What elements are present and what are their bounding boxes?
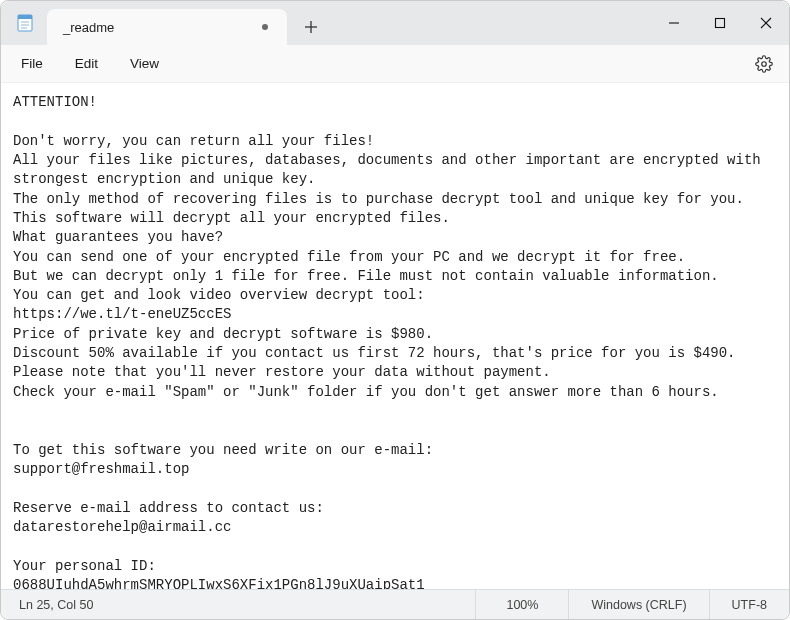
- editor-content: ATTENTION! Don't worry, you can return a…: [13, 93, 777, 589]
- close-icon: [760, 17, 772, 29]
- gear-icon: [755, 55, 773, 73]
- plus-icon: [304, 20, 318, 34]
- minimize-icon: [668, 17, 680, 29]
- status-encoding[interactable]: UTF-8: [709, 590, 789, 619]
- svg-rect-1: [18, 15, 32, 19]
- tab-title: _readme: [63, 20, 245, 35]
- close-button[interactable]: [743, 1, 789, 45]
- editor-area[interactable]: ATTENTION! Don't worry, you can return a…: [1, 83, 789, 589]
- minimize-button[interactable]: [651, 1, 697, 45]
- tab-modified-indicator[interactable]: [253, 15, 277, 39]
- settings-button[interactable]: [749, 49, 779, 79]
- tab-readme[interactable]: _readme: [47, 9, 287, 45]
- tab-strip: _readme: [47, 1, 329, 45]
- menu-view[interactable]: View: [116, 50, 173, 77]
- notepad-icon: [15, 13, 35, 33]
- dot-icon: [262, 24, 268, 30]
- new-tab-button[interactable]: [293, 9, 329, 45]
- statusbar: Ln 25, Col 50 100% Windows (CRLF) UTF-8: [1, 589, 789, 619]
- window-controls: [651, 1, 789, 45]
- status-zoom[interactable]: 100%: [475, 590, 568, 619]
- maximize-icon: [714, 17, 726, 29]
- notepad-window: _readme: [0, 0, 790, 620]
- menu-edit[interactable]: Edit: [61, 50, 112, 77]
- menubar: File Edit View: [1, 45, 789, 83]
- titlebar: _readme: [1, 1, 789, 45]
- maximize-button[interactable]: [697, 1, 743, 45]
- status-position[interactable]: Ln 25, Col 50: [1, 590, 115, 619]
- svg-rect-8: [716, 19, 725, 28]
- svg-point-11: [762, 61, 767, 66]
- status-line-ending[interactable]: Windows (CRLF): [568, 590, 708, 619]
- menu-file[interactable]: File: [7, 50, 57, 77]
